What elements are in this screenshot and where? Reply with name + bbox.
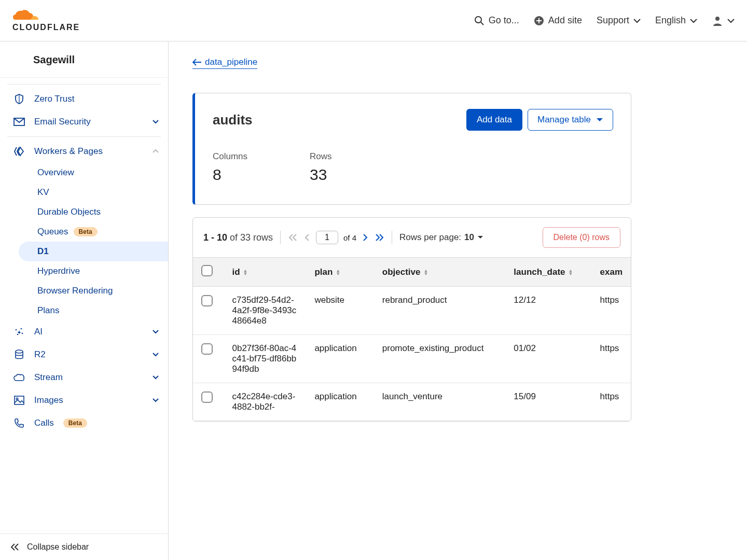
cloud-icon [12, 9, 43, 23]
collapse-sidebar-button[interactable]: Collapse sidebar [0, 534, 168, 560]
cell-plan: website [306, 287, 374, 335]
sidebar-item-workers-pages[interactable]: Workers & Pages [0, 140, 168, 163]
sidebar-item-calls[interactable]: Calls Beta [0, 412, 168, 430]
mail-icon [13, 118, 25, 126]
sidebar-item-images[interactable]: Images [0, 389, 168, 412]
row-checkbox[interactable] [201, 391, 213, 403]
column-header-id[interactable]: id▲▼ [224, 258, 306, 287]
sidebar-sub-plans[interactable]: Plans [0, 301, 168, 320]
page-total: of 4 [343, 233, 356, 242]
sidebar-item-email-security[interactable]: Email Security [0, 110, 168, 133]
cell-example: https [592, 287, 631, 335]
prev-page-button[interactable] [303, 233, 311, 242]
summary-card: audits Add data Manage table Columns 8 R… [192, 93, 631, 205]
cell-plan: application [306, 335, 374, 383]
sidebar-sub-browser-rendering[interactable]: Browser Rendering [0, 281, 168, 301]
language-menu[interactable]: English [655, 15, 697, 26]
cell-objective: rebrand_product [374, 287, 506, 335]
caret-down-icon [477, 235, 483, 240]
svg-rect-12 [15, 396, 24, 404]
image-icon [13, 396, 25, 405]
sidebar-item-zero-trust[interactable]: Zero Trust [0, 88, 168, 110]
sidebar-item-label: Stream [34, 372, 63, 383]
add-site-button[interactable]: Add site [534, 15, 582, 26]
account-name[interactable]: Sagewill [0, 41, 168, 78]
sidebar-sub-hyperdrive[interactable]: Hyperdrive [0, 261, 168, 281]
table-row: c42c284e-cde3-4882-bb2f-applicationlaunc… [193, 383, 631, 421]
cell-id: 0b27f36f-80ac-4c41-bf75-df86bb94f9db [224, 335, 306, 383]
sidebar-item-label: AI [34, 327, 43, 337]
sidebar-sub-durable-objects[interactable]: Durable Objects [0, 202, 168, 222]
cell-id: c735df29-54d2-4a2f-9f8e-3493c48664e8 [224, 287, 306, 335]
column-header-example[interactable]: exam [592, 258, 631, 287]
cell-example: https [592, 383, 631, 421]
sort-icon: ▲▼ [336, 269, 340, 275]
chevron-down-icon [690, 18, 697, 23]
data-table: id▲▼ plan▲▼ objective▲▼ launch_date▲▼ ex… [193, 257, 631, 421]
back-link[interactable]: data_pipeline [192, 57, 257, 69]
sidebar-item-r2[interactable]: R2 [0, 343, 168, 366]
profile-menu[interactable] [712, 15, 735, 26]
svg-point-8 [21, 328, 22, 330]
column-header-objective[interactable]: objective▲▼ [374, 258, 506, 287]
table-toolbar: 1 - 10 of 33 rows 1 of 4 Rows per page: … [193, 218, 631, 257]
row-checkbox[interactable] [201, 295, 213, 306]
chevron-up-icon [153, 149, 159, 153]
svg-point-11 [16, 350, 23, 353]
sidebar-sub-kv[interactable]: KV [0, 183, 168, 202]
cell-objective: promote_existing_product [374, 335, 506, 383]
rows-per-page-select[interactable]: Rows per page: 10 [399, 232, 483, 243]
chevron-down-icon [153, 398, 159, 402]
pager: 1 of 4 [288, 231, 384, 244]
cell-objective: launch_venture [374, 383, 506, 421]
phone-icon [13, 418, 25, 428]
cell-example: https [592, 335, 631, 383]
user-icon [712, 15, 723, 26]
next-page-button[interactable] [362, 233, 369, 242]
last-page-button[interactable] [374, 233, 384, 242]
sidebar: Sagewill Zero Trust Email Security [0, 41, 169, 560]
sidebar-item-stream[interactable]: Stream [0, 366, 168, 389]
goto-search[interactable]: Go to... [474, 15, 519, 26]
columns-stat: Columns 8 [213, 151, 247, 184]
cell-plan: application [306, 383, 374, 421]
chevron-double-left-icon [10, 543, 20, 551]
logo-text: CLOUDFLARE [12, 23, 80, 32]
chevron-down-icon [153, 120, 159, 124]
database-icon [13, 349, 25, 360]
sort-icon: ▲▼ [243, 269, 248, 275]
svg-point-0 [475, 17, 481, 23]
sidebar-sub-overview[interactable]: Overview [0, 163, 168, 183]
sidebar-item-label: Workers & Pages [34, 146, 103, 157]
sidebar-sub-d1[interactable]: D1 [19, 242, 168, 261]
select-all-checkbox[interactable] [201, 265, 213, 276]
data-table-container: 1 - 10 of 33 rows 1 of 4 Rows per page: … [192, 217, 631, 422]
support-menu[interactable]: Support [597, 15, 641, 26]
sidebar-item-label: Calls [34, 418, 54, 428]
sidebar-item-ai[interactable]: AI [0, 320, 168, 343]
page-title: audits [213, 112, 253, 128]
cell-launch-date: 15/09 [505, 383, 591, 421]
cell-launch-date: 12/12 [505, 287, 591, 335]
search-icon [474, 16, 485, 26]
main-content: data_pipeline audits Add data Manage tab… [169, 41, 747, 560]
svg-point-5 [715, 17, 720, 21]
page-input[interactable]: 1 [316, 231, 338, 244]
table-row: c735df29-54d2-4a2f-9f8e-3493c48664e8webs… [193, 287, 631, 335]
row-checkbox[interactable] [201, 343, 213, 355]
svg-point-10 [22, 333, 23, 334]
beta-badge: Beta [63, 418, 87, 428]
chevron-down-icon [727, 18, 735, 23]
caret-down-icon [596, 117, 603, 122]
add-data-button[interactable]: Add data [466, 109, 522, 131]
first-page-button[interactable] [288, 233, 298, 242]
sort-icon: ▲▼ [569, 269, 573, 275]
delete-rows-button[interactable]: Delete (0) rows [543, 227, 620, 248]
column-header-launch-date[interactable]: launch_date▲▼ [505, 258, 591, 287]
cell-launch-date: 01/02 [505, 335, 591, 383]
manage-table-button[interactable]: Manage table [528, 109, 613, 131]
chevron-down-icon [633, 18, 641, 23]
column-header-plan[interactable]: plan▲▼ [306, 258, 374, 287]
logo[interactable]: CLOUDFLARE [12, 9, 80, 32]
sidebar-sub-queues[interactable]: Queues Beta [0, 222, 168, 242]
